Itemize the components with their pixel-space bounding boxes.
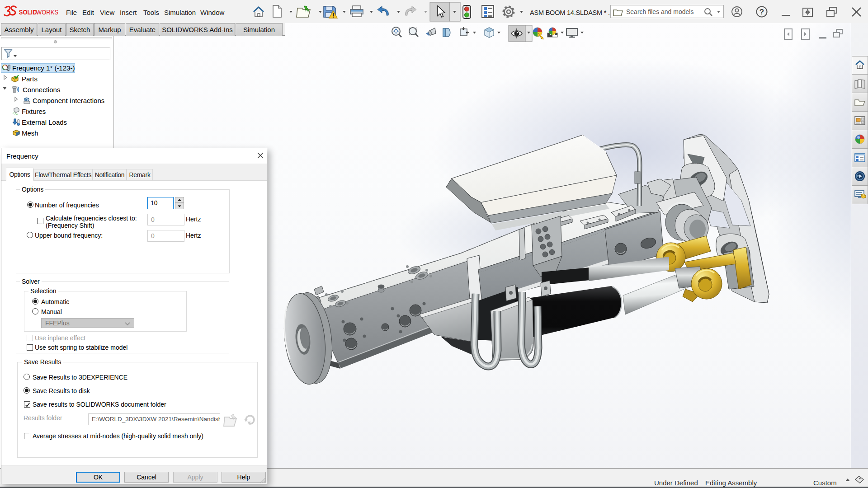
svg-text:3D: 3D [857, 175, 860, 178]
svg-text:?: ? [760, 8, 764, 16]
